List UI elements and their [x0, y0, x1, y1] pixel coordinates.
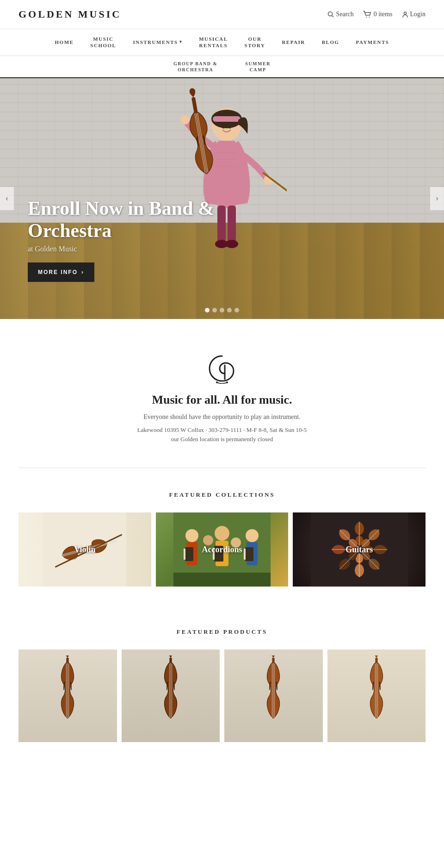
- hero-background: Enroll Now in Band &Orchestra at Golden …: [0, 78, 444, 319]
- product-item-4[interactable]: [327, 649, 426, 742]
- hero-prev-button[interactable]: ‹: [0, 187, 14, 210]
- subnav-group-band[interactable]: GROUP BAND & ORCHESTRA: [160, 56, 231, 77]
- collection-guitars[interactable]: Guitars: [293, 512, 426, 587]
- product-violin-4-svg: [360, 656, 393, 737]
- collection-accordions[interactable]: Accordions: [156, 512, 289, 587]
- hero-next-button[interactable]: ›: [430, 187, 444, 210]
- svg-rect-12: [217, 206, 226, 243]
- collections-grid: Violin: [18, 512, 426, 587]
- collection-violin[interactable]: Violin: [18, 512, 151, 587]
- svg-rect-21: [191, 97, 198, 113]
- nav-payments[interactable]: PAYMENTS: [348, 32, 398, 52]
- cart-count: 0 items: [374, 11, 393, 18]
- product-violin-3-svg: [257, 656, 290, 737]
- nav-musical-rentals[interactable]: MUSICAL RENTALS: [191, 29, 236, 56]
- products-grid: [18, 649, 426, 742]
- hero-dot-5[interactable]: [234, 308, 239, 312]
- search-icon: [327, 11, 334, 18]
- svg-rect-7: [213, 116, 240, 122]
- address-line-2: our Golden location is permanently close…: [18, 435, 426, 444]
- hero-dot-3[interactable]: [220, 308, 224, 312]
- more-info-arrow: ›: [81, 269, 84, 275]
- hero-subtitle: at Golden Music: [28, 245, 214, 253]
- nav-blog[interactable]: BLOG: [314, 32, 348, 52]
- nav-our-story[interactable]: OUR STORY: [236, 29, 274, 56]
- product-item-3[interactable]: [224, 649, 323, 742]
- hero-dots: [205, 308, 239, 312]
- about-description: Everyone should have the opportunity to …: [18, 413, 426, 421]
- svg-rect-62: [67, 657, 69, 663]
- nav-home[interactable]: HOME: [47, 32, 82, 52]
- login-label: Login: [410, 11, 426, 18]
- svg-rect-13: [228, 206, 236, 243]
- product-item-1[interactable]: [18, 649, 117, 742]
- svg-point-2: [366, 17, 367, 18]
- site-logo[interactable]: GOLDEN MUSIC: [18, 8, 121, 20]
- svg-point-4: [404, 12, 406, 14]
- featured-products-title: FEATURED PRODUCTS: [18, 628, 426, 636]
- sub-navigation: GROUP BAND & ORCHESTRA SUMMER CAMP: [0, 56, 444, 78]
- svg-point-3: [369, 17, 370, 18]
- svg-point-16: [180, 115, 190, 125]
- svg-rect-66: [169, 657, 172, 663]
- svg-point-0: [328, 12, 332, 16]
- collection-violin-label: Violin: [18, 512, 151, 587]
- cart-button[interactable]: 0 items: [363, 11, 393, 18]
- featured-products-section: FEATURED PRODUCTS: [0, 605, 444, 761]
- product-violin-2-svg: [154, 656, 187, 737]
- subnav-summer-camp[interactable]: SUMMER CAMP: [231, 56, 284, 77]
- nav-repair[interactable]: REPAIR: [273, 32, 313, 52]
- about-logo: [206, 351, 238, 384]
- svg-point-26: [216, 381, 218, 383]
- svg-point-27: [226, 381, 228, 383]
- collection-accordions-label: Accordions: [156, 512, 289, 587]
- main-navigation: HOME MUSIC SCHOOL INSTRUMENTS ▾ MUSICAL …: [0, 29, 444, 56]
- featured-collections-title: FEATURED COLLECTIONS: [18, 491, 426, 499]
- login-button[interactable]: Login: [402, 11, 426, 18]
- cart-icon: [363, 11, 371, 18]
- hero-section: Enroll Now in Band &Orchestra at Golden …: [0, 78, 444, 319]
- about-address: Lakewood 10395 W Colfax · 303-279-1111 ·…: [18, 425, 426, 445]
- svg-point-25: [228, 125, 231, 128]
- instruments-chevron: ▾: [179, 39, 183, 45]
- svg-point-24: [222, 125, 225, 128]
- hero-dot-2[interactable]: [212, 308, 217, 312]
- product-violin-1-svg: [51, 656, 84, 737]
- more-info-label: MORE INFO: [38, 269, 78, 275]
- svg-line-1: [332, 16, 333, 18]
- collection-guitars-label: Guitars: [293, 512, 426, 587]
- nav-music-school[interactable]: MUSIC SCHOOL: [82, 29, 124, 56]
- about-tagline: Music for all. All for music.: [18, 393, 426, 407]
- brand-logo-svg: [206, 351, 238, 384]
- header-actions: Search 0 items Login: [327, 11, 426, 18]
- svg-rect-70: [272, 657, 275, 663]
- address-line-1: Lakewood 10395 W Colfax · 303-279-1111 ·…: [18, 425, 426, 435]
- nav-instruments[interactable]: INSTRUMENTS ▾: [124, 32, 191, 52]
- user-icon: [402, 11, 408, 18]
- hero-dot-4[interactable]: [227, 308, 232, 312]
- site-header: GOLDEN MUSIC Search 0 items Login: [0, 0, 444, 29]
- more-info-button[interactable]: MORE INFO ›: [28, 262, 94, 282]
- hero-title: Enroll Now in Band &Orchestra: [28, 197, 214, 242]
- featured-collections-section: FEATURED COLLECTIONS: [0, 468, 444, 605]
- search-button[interactable]: Search: [327, 11, 354, 18]
- hero-content: Enroll Now in Band &Orchestra at Golden …: [28, 197, 214, 282]
- product-item-2[interactable]: [122, 649, 220, 742]
- svg-rect-8: [217, 141, 236, 208]
- hero-dot-1[interactable]: [205, 308, 210, 312]
- about-section: Music for all. All for music. Everyone s…: [0, 319, 444, 468]
- svg-point-15: [225, 240, 238, 248]
- svg-rect-74: [375, 657, 377, 663]
- search-label: Search: [336, 11, 354, 18]
